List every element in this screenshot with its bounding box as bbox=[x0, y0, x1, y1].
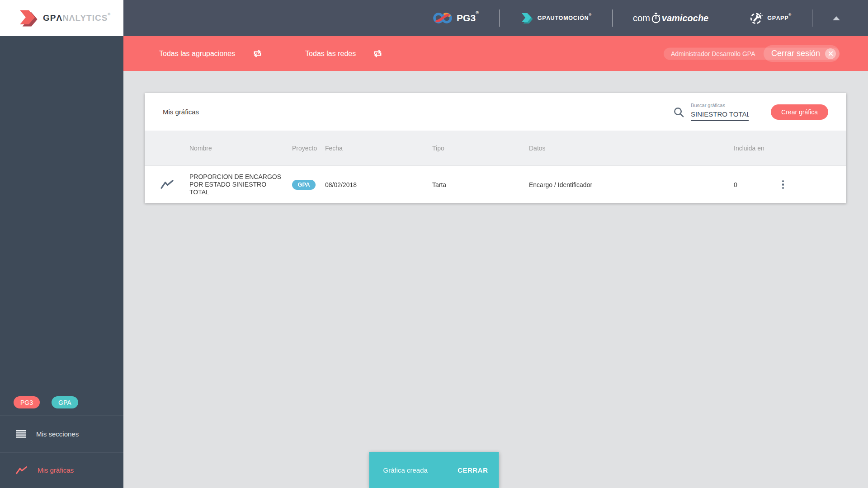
user-area: Administrador Desarrollo GPA Cerrar sesi… bbox=[664, 47, 840, 60]
close-session-icon[interactable] bbox=[825, 48, 836, 59]
comprovamicoche-pre: com bbox=[633, 13, 650, 23]
header-logos: PG3® GPΛUTOMOCIÓN® com bbox=[433, 9, 840, 27]
pg3-label: PG3® bbox=[457, 13, 479, 23]
badge-gpa[interactable]: GPA bbox=[52, 396, 78, 408]
collapse-header-arrow-icon[interactable] bbox=[833, 16, 840, 20]
stopwatch-icon bbox=[651, 13, 661, 24]
logo-light: NΛLYTICS bbox=[62, 13, 108, 23]
app-root: GPΛNΛLYTICS® PG3 GPA Mis secciones bbox=[0, 0, 868, 488]
search-label: Buscar gráficas bbox=[691, 103, 749, 108]
filter-agrupaciones[interactable]: Todas las agrupaciones bbox=[159, 48, 263, 59]
gpapp-label: GPΛPP® bbox=[767, 15, 792, 21]
sidebar-item-mis-secciones[interactable]: Mis secciones bbox=[0, 416, 123, 452]
page-title: Mis gráficas bbox=[163, 108, 199, 116]
column-header-incluida-en: Incluida en bbox=[734, 145, 771, 152]
pg3-infinity-icon bbox=[433, 11, 453, 25]
column-header-tipo: Tipo bbox=[432, 145, 529, 152]
header-divider bbox=[499, 9, 500, 27]
table-row[interactable]: PROPORCION DE ENCARGOS POR ESTADO SINIES… bbox=[145, 165, 846, 203]
user-name-label: Administrador Desarrollo GPA bbox=[671, 50, 755, 57]
filter-bar: Todas las agrupaciones Todas las redes bbox=[123, 36, 868, 71]
row-data-cell: Encargo / Identificador bbox=[529, 181, 734, 188]
pg3-logo[interactable]: PG3® bbox=[433, 11, 479, 25]
top-header: PG3® GPΛUTOMOCIÓN® com bbox=[123, 0, 868, 36]
row-name-cell: PROPORCION DE ENCARGOS POR ESTADO SINIES… bbox=[189, 173, 292, 196]
snackbar-toast: Gráfica creada CERRAR bbox=[369, 452, 499, 488]
search-area: Buscar gráficas Crear gráfica bbox=[673, 103, 828, 121]
main-area: PG3® GPΛUTOMOCIÓN® com bbox=[123, 0, 868, 488]
menu-icon bbox=[16, 430, 26, 438]
sidebar-spacer bbox=[0, 36, 123, 396]
row-date-cell: 08/02/2018 bbox=[325, 181, 432, 188]
column-header-proyecto: Proyecto bbox=[292, 145, 325, 152]
swap-icon bbox=[252, 48, 263, 59]
content-area: Mis gráficas Buscar gráficas Cre bbox=[123, 71, 868, 488]
logo-registered: ® bbox=[108, 12, 111, 16]
search-field: Buscar gráficas bbox=[691, 103, 749, 121]
graphs-card: Mis gráficas Buscar gráficas Cre bbox=[145, 93, 846, 203]
table-header-row: Nombre Proyecto Fecha Tipo Datos Incluid… bbox=[145, 131, 846, 165]
row-type-cell: Tarta bbox=[432, 181, 529, 188]
search-icon bbox=[673, 107, 684, 118]
toast-close-button[interactable]: CERRAR bbox=[453, 464, 492, 477]
search-input[interactable] bbox=[691, 109, 749, 121]
sidebar-item-label: Mis secciones bbox=[36, 430, 79, 438]
header-divider bbox=[612, 9, 613, 27]
column-header-nombre: Nombre bbox=[189, 145, 292, 152]
gpautomocion-arrow-icon bbox=[520, 12, 533, 25]
filter-redes-label: Todas las redes bbox=[305, 50, 356, 58]
sidebar-item-label: Mis gráficas bbox=[38, 466, 74, 474]
card-header: Mis gráficas Buscar gráficas Cre bbox=[145, 93, 846, 131]
filter-redes[interactable]: Todas las redes bbox=[305, 48, 383, 59]
comprovamicoche-post: vamicoche bbox=[662, 13, 708, 23]
swap-icon bbox=[372, 48, 383, 59]
create-chart-button[interactable]: Crear gráfica bbox=[771, 104, 828, 120]
row-type-icon-cell bbox=[145, 179, 189, 190]
badge-pg3[interactable]: PG3 bbox=[14, 396, 40, 408]
column-header-datos: Datos bbox=[529, 145, 734, 152]
line-chart-icon bbox=[16, 466, 27, 475]
logo-bold: GPΛ bbox=[43, 13, 62, 23]
gpapp-wrench-icon bbox=[750, 11, 763, 25]
row-actions-cell bbox=[771, 178, 846, 191]
toast-message: Gráfica creada bbox=[383, 466, 428, 474]
sidebar-badges: PG3 GPA bbox=[0, 396, 123, 416]
kebab-menu-icon[interactable] bbox=[778, 178, 788, 191]
row-project-cell: GPA bbox=[292, 180, 325, 190]
header-divider bbox=[729, 9, 729, 27]
gpanalytics-logo-text: GPΛNΛLYTICS® bbox=[43, 13, 111, 23]
project-badge: GPA bbox=[292, 180, 316, 190]
sidebar: GPΛNΛLYTICS® PG3 GPA Mis secciones bbox=[0, 0, 123, 488]
gpanalytics-logo[interactable]: GPΛNΛLYTICS® bbox=[0, 0, 123, 36]
gpanalytics-logo-icon bbox=[17, 8, 38, 28]
logout-label: Cerrar sesión bbox=[771, 49, 820, 58]
line-chart-icon bbox=[160, 179, 174, 190]
row-included-cell: 0 bbox=[734, 181, 771, 188]
logout-button[interactable]: Cerrar sesión bbox=[764, 45, 840, 62]
header-divider bbox=[812, 9, 812, 27]
column-header-fecha: Fecha bbox=[325, 145, 432, 152]
filter-agrupaciones-label: Todas las agrupaciones bbox=[159, 50, 235, 58]
sidebar-item-mis-graficas[interactable]: Mis gráficas bbox=[0, 452, 123, 488]
gpautomocion-label: GPΛUTOMOCIÓN® bbox=[538, 15, 592, 21]
gpapp-logo[interactable]: GPΛPP® bbox=[750, 11, 792, 25]
gpautomocion-logo[interactable]: GPΛUTOMOCIÓN® bbox=[520, 12, 592, 25]
comprovamicoche-logo[interactable]: com vamicoche bbox=[633, 13, 708, 24]
